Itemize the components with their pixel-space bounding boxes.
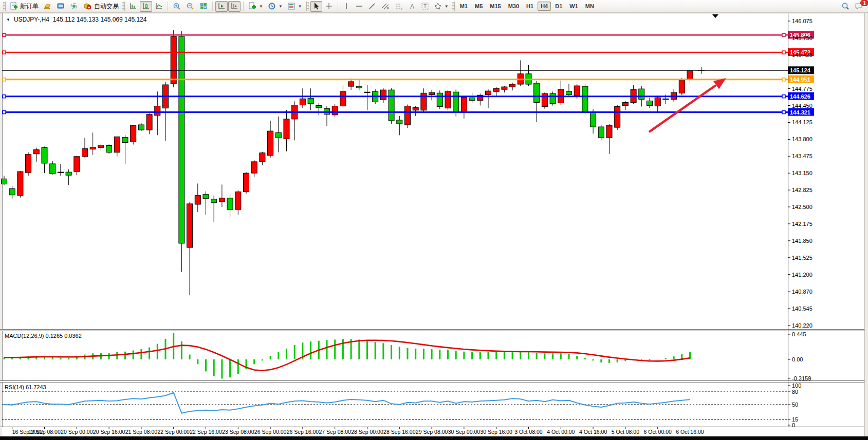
timeframe-m1-button[interactable]: M1: [457, 2, 471, 11]
toolbar-grip[interactable]: [306, 2, 309, 11]
candle[interactable]: [195, 196, 200, 204]
candle[interactable]: [308, 98, 313, 103]
fibonacci-button[interactable]: F: [393, 1, 406, 12]
line-anchor[interactable]: [782, 78, 785, 81]
equidistant-channel-button[interactable]: E: [379, 1, 392, 12]
text-button[interactable]: A: [407, 1, 418, 12]
candle[interactable]: [106, 146, 112, 152]
bar-chart-mode-button[interactable]: [127, 1, 139, 12]
candle[interactable]: [566, 91, 572, 94]
terminal-button[interactable]: [54, 1, 67, 12]
candle[interactable]: [203, 195, 209, 199]
symbol-dropdown-icon[interactable]: ▼: [6, 17, 10, 22]
candle[interactable]: [90, 147, 96, 149]
zoom-in-button[interactable]: [171, 1, 183, 12]
candle[interactable]: [300, 99, 305, 105]
timeframe-m5-button[interactable]: M5: [472, 2, 486, 11]
candle[interactable]: [131, 125, 136, 142]
candle[interactable]: [389, 90, 394, 121]
candle[interactable]: [687, 71, 693, 80]
candle[interactable]: [348, 82, 354, 86]
candle[interactable]: [235, 192, 241, 209]
candle[interactable]: [340, 91, 346, 106]
candle[interactable]: [58, 172, 63, 173]
line-anchor[interactable]: [3, 95, 6, 98]
text-label-button[interactable]: T: [419, 1, 431, 12]
line-anchor[interactable]: [782, 111, 785, 114]
candle[interactable]: [493, 88, 499, 91]
templates-button[interactable]: ▼: [285, 1, 304, 12]
candle[interactable]: [502, 87, 507, 89]
line-anchor[interactable]: [782, 95, 785, 98]
candle[interactable]: [445, 91, 451, 108]
search-button[interactable]: [839, 1, 852, 12]
candle[interactable]: [663, 99, 669, 100]
timeframe-m15-button[interactable]: M15: [487, 2, 504, 11]
candle[interactable]: [606, 125, 612, 138]
candle[interactable]: [622, 102, 628, 105]
candle[interactable]: [146, 114, 152, 130]
candle[interactable]: [534, 83, 540, 102]
candle[interactable]: [275, 132, 281, 138]
candle[interactable]: [42, 148, 47, 163]
line-anchor[interactable]: [3, 111, 6, 114]
candle[interactable]: [647, 101, 653, 105]
timeframe-d1-button[interactable]: D1: [552, 2, 565, 11]
candle[interactable]: [244, 173, 249, 192]
candle[interactable]: [429, 92, 435, 94]
candle[interactable]: [397, 120, 402, 124]
signals-button[interactable]: [68, 1, 81, 12]
candle[interactable]: [138, 125, 144, 130]
indicators-button[interactable]: ▼: [246, 1, 265, 12]
auto-scroll-button[interactable]: [215, 1, 228, 12]
timeframe-m30-button[interactable]: M30: [505, 2, 522, 11]
tile-windows-button[interactable]: [197, 1, 210, 12]
candle[interactable]: [679, 80, 685, 93]
candle[interactable]: [155, 106, 160, 116]
candle[interactable]: [574, 86, 580, 95]
chart-canvas[interactable]: 145.806145.472145.124144.951144.626144.3…: [0, 13, 868, 436]
line-chart-mode-button[interactable]: [153, 1, 165, 12]
candle[interactable]: [227, 198, 233, 209]
line-anchor[interactable]: [3, 51, 6, 54]
candle[interactable]: [98, 145, 104, 148]
candle[interactable]: [50, 164, 56, 174]
candle[interactable]: [655, 98, 660, 106]
zoom-out-button[interactable]: [184, 1, 197, 12]
candle[interactable]: [74, 157, 80, 171]
candle[interactable]: [26, 155, 31, 173]
candle[interactable]: [219, 198, 225, 202]
line-anchor[interactable]: [782, 51, 785, 54]
candle[interactable]: [251, 162, 257, 173]
candle[interactable]: [405, 106, 411, 125]
candle[interactable]: [453, 92, 459, 111]
candle[interactable]: [356, 86, 362, 88]
candle[interactable]: [187, 204, 193, 247]
line-anchor[interactable]: [3, 78, 6, 81]
candle[interactable]: [582, 86, 588, 112]
market-watch-button[interactable]: [41, 1, 54, 12]
candle[interactable]: [9, 189, 15, 195]
candle[interactable]: [316, 106, 322, 108]
candle[interactable]: [114, 137, 120, 152]
timeframe-mn-button[interactable]: MN: [582, 2, 597, 11]
toolbar-grip[interactable]: [452, 2, 455, 11]
timeframe-w1-button[interactable]: W1: [566, 2, 581, 11]
candle[interactable]: [211, 199, 217, 203]
candle[interactable]: [413, 108, 418, 110]
candle[interactable]: [268, 131, 273, 156]
candle[interactable]: [364, 92, 370, 92]
line-anchor[interactable]: [782, 33, 785, 36]
candle[interactable]: [590, 112, 596, 127]
candle[interactable]: [122, 137, 128, 142]
candle[interactable]: [332, 106, 338, 115]
horizontal-line-button[interactable]: [353, 1, 365, 12]
candle[interactable]: [461, 97, 467, 112]
candle[interactable]: [510, 84, 515, 87]
candle[interactable]: [284, 119, 289, 139]
trendline-button[interactable]: [366, 1, 378, 12]
chart-shift-button[interactable]: [228, 1, 241, 12]
candle[interactable]: [598, 127, 604, 138]
vertical-line-button[interactable]: [341, 1, 353, 12]
candle[interactable]: [179, 36, 184, 243]
